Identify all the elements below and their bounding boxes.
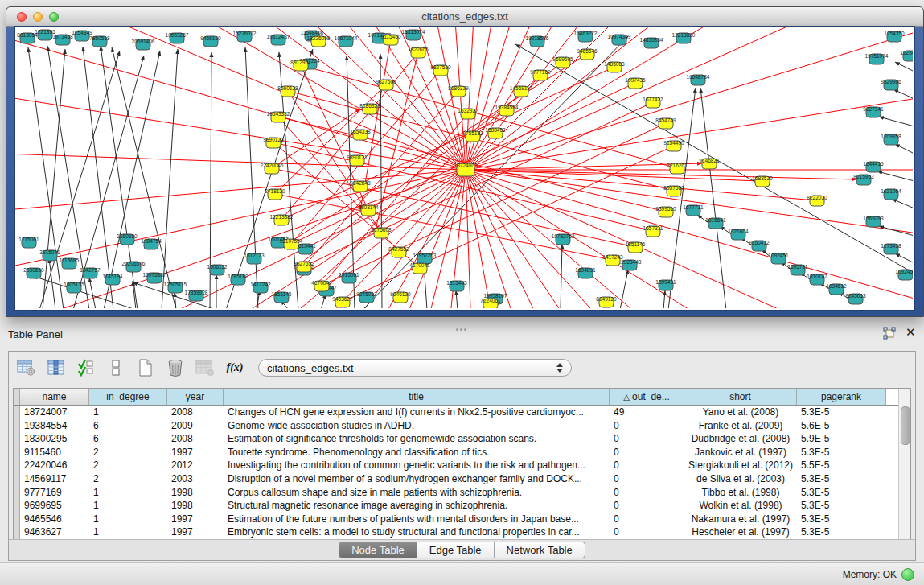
graph-node-label: 15751074 bbox=[865, 53, 889, 59]
cell-short: Franke et al. (2009) bbox=[684, 419, 797, 433]
red-citation-edge bbox=[15, 170, 466, 308]
table-tab-bar: Node TableEdge TableNetwork Table bbox=[9, 539, 915, 560]
float-icon[interactable] bbox=[883, 327, 897, 340]
table-row[interactable]: 969969511998Structural magnetic resonanc… bbox=[14, 499, 898, 513]
select-all-icon[interactable] bbox=[74, 356, 98, 379]
tab-edge-table[interactable]: Edge Table bbox=[417, 542, 495, 558]
table-settings-icon[interactable] bbox=[14, 356, 39, 379]
table-row[interactable]: 2242004622012Investigating the contribut… bbox=[14, 459, 898, 472]
cell-year: 2008 bbox=[167, 432, 224, 446]
graph-node-label: 16671044 bbox=[335, 35, 358, 41]
graph-node-label: 12213820 bbox=[672, 32, 696, 38]
cell-year: 2012 bbox=[167, 459, 224, 472]
table-row[interactable]: 946554611997Estimation of the future num… bbox=[14, 513, 898, 526]
cell-title: Disruption of a novel member of a sodium… bbox=[224, 472, 610, 486]
graph-node-label: 1505135 bbox=[64, 282, 84, 287]
column-header-name[interactable]: name bbox=[20, 389, 89, 405]
table-row[interactable]: 1872400712008Changes of HCN gene express… bbox=[14, 406, 898, 419]
graph-node-label: 2030650 bbox=[23, 267, 44, 273]
column-header-out-de-[interactable]: △ out_de... bbox=[610, 389, 684, 405]
graph-node-label: 9827552 bbox=[294, 261, 314, 266]
cell-out-de-: 0 bbox=[610, 472, 684, 486]
show-column-icon[interactable] bbox=[44, 356, 68, 379]
cell-short: Hescheler et al. (1997) bbox=[684, 525, 797, 539]
graph-node-label: 9245012 bbox=[356, 291, 377, 297]
new-table-icon[interactable] bbox=[133, 356, 158, 379]
graph-node-label: 1606112 bbox=[207, 264, 228, 270]
graph-node-label: 1417242 bbox=[250, 282, 271, 287]
dropdown-arrows-icon bbox=[556, 363, 563, 373]
black-citation-edge bbox=[879, 226, 913, 236]
row-header-gutter bbox=[14, 419, 20, 433]
close-icon[interactable]: ✕ bbox=[906, 325, 916, 340]
column-header-short[interactable]: short bbox=[684, 389, 797, 405]
column-header-in-degree[interactable]: in_degree bbox=[89, 389, 167, 405]
network-window: citations_edges.txt 88130541221395197345… bbox=[6, 6, 924, 317]
graph-node-label: 8957580 bbox=[663, 185, 684, 191]
graph-node-label: 10553257 bbox=[166, 32, 189, 38]
graph-node-label: 9150412 bbox=[749, 240, 770, 245]
red-citation-edge bbox=[466, 27, 913, 170]
table-select-dropdown[interactable]: citations_edges.txt bbox=[258, 359, 572, 377]
graph-node-label: 8454749 bbox=[655, 117, 676, 123]
black-citation-edge bbox=[893, 89, 913, 99]
row-header-gutter bbox=[14, 513, 20, 526]
cell-title: Genome-wide association studies in ADHD. bbox=[224, 419, 610, 433]
graph-node-label: 2216201 bbox=[667, 163, 688, 168]
black-citation-edge bbox=[162, 49, 178, 308]
tab-network-table[interactable]: Network Table bbox=[495, 542, 585, 558]
cell-title: Tourette syndrome. Phenomenology and cla… bbox=[224, 446, 610, 459]
graph-node-label: 1485083 bbox=[604, 61, 625, 67]
cell-name: 9699695 bbox=[20, 499, 89, 513]
delete-table-icon[interactable] bbox=[163, 356, 187, 379]
graph-node-label: 1254349 bbox=[72, 30, 92, 35]
graph-node-label: 1588520 bbox=[752, 175, 773, 181]
cell-year: 2003 bbox=[167, 472, 224, 486]
graph-node-label: 12213382 bbox=[270, 214, 294, 220]
table-row[interactable]: 946362711997Embryonic stem cells: a mode… bbox=[14, 525, 898, 539]
citation-network-graph[interactable]: 8813054122139519734581254349785051820691… bbox=[15, 27, 913, 308]
row-header-gutter bbox=[14, 472, 20, 486]
table-row[interactable]: 1830029562008Estimation of significance … bbox=[14, 432, 898, 446]
network-canvas[interactable]: 8813054122139519734581254349785051820691… bbox=[14, 26, 915, 311]
function-builder-icon[interactable]: f(x) bbox=[223, 356, 247, 379]
graph-node-label: 7850518 bbox=[89, 35, 110, 41]
checkbox-column-icon[interactable] bbox=[104, 356, 128, 379]
cell-pagerank: 5.3E-5 bbox=[797, 446, 886, 459]
column-header-pagerank[interactable]: pagerank bbox=[797, 389, 886, 405]
graph-node-label: 1209358 bbox=[881, 134, 901, 139]
graph-node-label: 4170041 bbox=[409, 262, 430, 268]
graph-node-label: 8222030 bbox=[807, 195, 827, 200]
graph-node-label: 19612437 bbox=[267, 34, 290, 39]
column-header-title[interactable]: title bbox=[224, 389, 610, 405]
table-row[interactable]: 1938455462009Genome-wide association stu… bbox=[14, 419, 898, 433]
column-header-year[interactable]: year bbox=[167, 389, 224, 405]
scrollbar-thumb[interactable] bbox=[901, 406, 910, 445]
graph-node-label: 8912954 bbox=[290, 60, 311, 65]
window-titlebar[interactable]: citations_edges.txt bbox=[6, 7, 923, 27]
table-row[interactable]: 911546021997Tourette syndrome. Phenomeno… bbox=[14, 446, 898, 459]
graph-node-label: 19384554 bbox=[495, 105, 519, 110]
graph-node-label: 1677427 bbox=[643, 97, 663, 102]
table-row[interactable]: 1456911722003Disruption of a novel membe… bbox=[14, 472, 898, 486]
graph-node-label: 7224061 bbox=[480, 298, 501, 303]
cell-title: Estimation of significance thresholds fo… bbox=[224, 432, 610, 446]
cell-short: Jankovic et al. (1997) bbox=[684, 446, 797, 459]
vertical-scrollbar[interactable] bbox=[898, 389, 910, 541]
tab-node-table[interactable]: Node Table bbox=[339, 542, 417, 558]
graph-node-label: 16782753 bbox=[552, 233, 575, 239]
table-row[interactable]: 977716911998Corpus callosum shape and si… bbox=[14, 486, 898, 500]
cell-out-de-: 0 bbox=[610, 432, 684, 446]
graph-node-label: 1694891 bbox=[575, 267, 596, 273]
red-citation-edge bbox=[466, 27, 771, 170]
graph-node-label: 9890120 bbox=[263, 137, 284, 142]
cell-title: Structural magnetic resonance image aver… bbox=[224, 499, 610, 513]
red-citation-edge bbox=[466, 27, 913, 170]
table-body: 1872400712008Changes of HCN gene express… bbox=[14, 406, 898, 539]
graph-node-label: 14850834 bbox=[640, 37, 663, 43]
graph-node-label: 18313074 bbox=[402, 29, 425, 35]
graph-node-label: 10975887 bbox=[143, 272, 166, 278]
graph-node-label: 1915061 bbox=[339, 272, 359, 278]
graph-node-label: 8186328 bbox=[359, 103, 380, 109]
graph-node-label: 1512123 bbox=[244, 253, 265, 258]
